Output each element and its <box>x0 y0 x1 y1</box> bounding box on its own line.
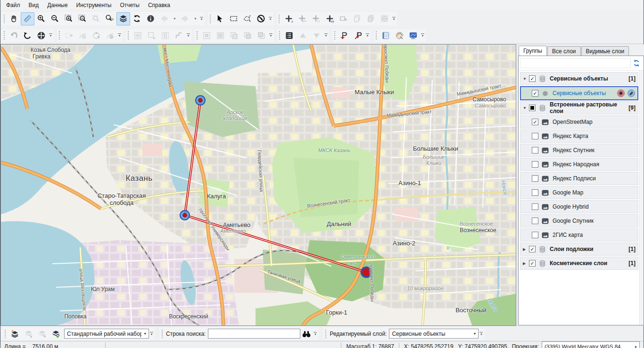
layer-row[interactable]: Яндекс Карта <box>520 129 638 143</box>
layer-row[interactable]: 2ГИС карта <box>520 228 638 242</box>
toolbar-overflow-button[interactable]: ▾ <box>268 17 273 21</box>
toolbar-drag-handle[interactable] <box>278 14 281 24</box>
search-input[interactable] <box>208 329 300 339</box>
layer-visibility-checkbox[interactable] <box>532 147 538 154</box>
menu-item-справка[interactable]: Справка <box>144 1 174 9</box>
layer-row[interactable]: Google Спутник <box>520 214 638 227</box>
toolbar-overflow-button[interactable]: ▾ <box>420 33 425 37</box>
toolbar-overflow-button[interactable]: ▾ <box>479 332 484 336</box>
layer-visibility-checkbox[interactable] <box>532 232 538 238</box>
select-lasso-button[interactable] <box>240 12 254 25</box>
toolbar-overflow-button[interactable]: ▾ <box>149 332 154 336</box>
map-canvas[interactable]: Козья СлободаГривкамост МиллениумаМалые … <box>0 44 516 326</box>
select-rect-button[interactable] <box>227 12 240 25</box>
pan-hand-button[interactable] <box>7 12 21 25</box>
workset-combobox[interactable]: Стандартный рабочий набор ▼ <box>64 329 149 339</box>
toolbar-drag-handle[interactable] <box>3 31 6 40</box>
toolbar-overflow-button[interactable]: ▾ <box>199 17 204 21</box>
layer-row[interactable]: Google Hybrid <box>520 200 638 213</box>
layers-button[interactable] <box>116 12 130 25</box>
zoom-rect-in-button[interactable] <box>62 12 75 25</box>
tab-видимые-слои[interactable]: Видимые слои <box>581 46 629 56</box>
expand-icon[interactable]: ▶ <box>523 247 529 251</box>
notebook-button[interactable] <box>379 29 393 41</box>
layer-visibility-checkbox[interactable] <box>529 105 536 111</box>
toolbar-drag-handle[interactable] <box>334 31 336 40</box>
layer-row[interactable]: ✓Сервисные объекты <box>520 86 638 100</box>
route-end-button[interactable] <box>351 29 365 41</box>
toolbar-drag-handle[interactable] <box>279 31 281 40</box>
layer-filter-input[interactable] <box>520 58 631 68</box>
projection-combobox[interactable]: (3395) World Mercator WGS 84 ▲ <box>542 341 640 348</box>
layer-group-row[interactable]: ▶✓Слои подложки[1] <box>520 243 638 256</box>
expand-icon[interactable]: ▶ <box>523 261 529 266</box>
layer-group-row[interactable]: ▼Встроенные растровые слои[9] <box>520 101 638 114</box>
clear-selection-button[interactable] <box>254 12 268 25</box>
palette-button[interactable] <box>393 29 406 41</box>
zoom-area-button[interactable] <box>103 12 116 25</box>
menu-item-отчеты[interactable]: Отчеты <box>116 1 143 9</box>
route-start-button[interactable] <box>338 29 351 41</box>
zoom-in-button[interactable] <box>34 12 48 25</box>
layer-visibility-checkbox[interactable]: ✓ <box>532 90 538 97</box>
layer-visibility-checkbox[interactable]: ✓ <box>529 260 536 267</box>
workset-save-button[interactable] <box>49 327 63 340</box>
toolbar-drag-handle[interactable] <box>325 329 327 339</box>
badge-route-icon[interactable] <box>617 89 625 97</box>
layer-visibility-checkbox[interactable] <box>532 175 538 182</box>
toolbar-overflow-button[interactable]: ▾ <box>186 33 191 37</box>
collapse-icon[interactable]: ▼ <box>523 77 529 81</box>
layer-visibility-checkbox[interactable]: ✓ <box>532 119 538 125</box>
toolbar-drag-handle[interactable] <box>4 329 7 339</box>
toolbar-drag-handle[interactable] <box>209 14 212 24</box>
toolbar-drag-handle[interactable] <box>161 329 164 339</box>
layer-row[interactable]: ✓OpenStreetMap <box>520 115 638 129</box>
toolbar-overflow-button[interactable]: ▾ <box>117 33 122 37</box>
select-cursor-button[interactable] <box>213 12 227 25</box>
layer-visibility-checkbox[interactable] <box>532 203 538 210</box>
toolbar-overflow-button[interactable]: ▾ <box>323 33 329 37</box>
layer-row[interactable]: Яндекс Спутник <box>520 144 638 157</box>
find-button[interactable] <box>300 328 313 340</box>
toolbar-overflow-button[interactable]: ▾ <box>365 33 370 37</box>
menu-item-инструменты[interactable]: Инструменты <box>72 1 116 9</box>
workset-star-button[interactable] <box>8 327 22 340</box>
layer-group-row[interactable]: ▶✓Косметические слои[1] <box>520 257 638 270</box>
zoom-rect-out-button[interactable] <box>75 12 89 25</box>
toolbar-overflow-button[interactable]: ▾ <box>313 332 318 336</box>
measurement-end-marker[interactable] <box>362 267 372 277</box>
toolbar-overflow-button[interactable]: ▾ <box>48 33 53 37</box>
badge-edit-icon[interactable] <box>627 89 636 97</box>
layer-row[interactable]: Google Map <box>520 186 638 199</box>
collapse-icon[interactable]: ▼ <box>523 106 529 110</box>
layer-row[interactable]: Яндекс Народная <box>520 158 638 171</box>
toolbar-drag-handle[interactable] <box>375 31 378 40</box>
menu-item-файл[interactable]: Файл <box>2 1 25 9</box>
layer-visibility-checkbox[interactable] <box>532 218 538 224</box>
refresh-button[interactable] <box>130 12 144 25</box>
measure-ruler-button[interactable] <box>21 12 34 25</box>
attribute-table-button[interactable] <box>282 29 296 41</box>
layer-visibility-checkbox[interactable] <box>532 161 538 168</box>
add-object-button[interactable]: a <box>282 12 296 25</box>
layer-visibility-checkbox[interactable]: ✓ <box>529 75 536 82</box>
menu-item-данные[interactable]: Данные <box>43 1 72 9</box>
layers-tree-scrollbar[interactable] <box>639 71 644 325</box>
add-xy-button[interactable]: xy <box>323 12 337 25</box>
layer-row[interactable]: Яндекс Подписи <box>520 172 638 185</box>
tab-все-слои[interactable]: Все слои <box>547 46 581 56</box>
menu-item-вид[interactable]: Вид <box>25 1 43 9</box>
layer-group-row[interactable]: ▼✓Сервисные объекты[1] <box>520 72 638 85</box>
refresh-layers-button[interactable] <box>631 58 642 68</box>
toolbar-drag-handle[interactable] <box>196 31 198 40</box>
layer-visibility-checkbox[interactable]: ✓ <box>529 246 536 252</box>
rotate-ccw-button[interactable] <box>21 29 34 41</box>
toolbar-overflow-button[interactable]: ▾ <box>268 33 273 37</box>
toolbar-drag-handle[interactable] <box>58 31 61 40</box>
monitor-button[interactable] <box>406 29 420 41</box>
move-object-button[interactable] <box>34 29 48 41</box>
tab-группы[interactable]: Группы <box>519 46 547 56</box>
info-button[interactable] <box>144 12 157 25</box>
layer-visibility-checkbox[interactable] <box>532 189 538 196</box>
toolbar-drag-handle[interactable] <box>127 31 130 40</box>
